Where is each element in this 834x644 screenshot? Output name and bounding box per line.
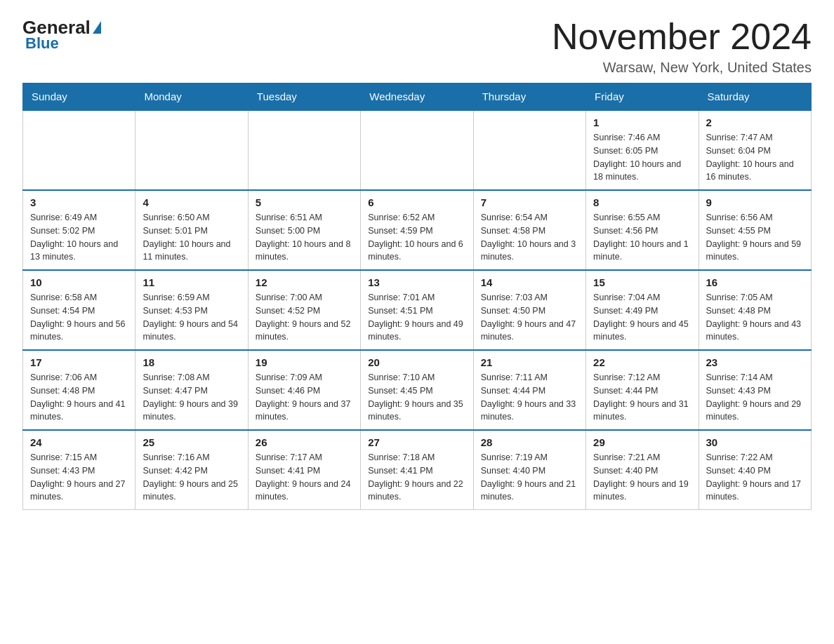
calendar-cell: [23, 110, 135, 190]
calendar-cell: 13Sunrise: 7:01 AMSunset: 4:51 PMDayligh…: [361, 270, 473, 350]
day-number: 22: [593, 356, 691, 368]
day-number: 23: [706, 356, 804, 368]
calendar-cell: [135, 110, 248, 190]
day-number: 1: [593, 116, 691, 128]
month-title: November 2024: [552, 17, 812, 57]
calendar-cell: 24Sunrise: 7:15 AMSunset: 4:43 PMDayligh…: [23, 430, 135, 510]
calendar-cell: 2Sunrise: 7:47 AMSunset: 6:04 PMDaylight…: [699, 110, 811, 190]
day-info: Sunrise: 7:10 AMSunset: 4:45 PMDaylight:…: [368, 371, 465, 424]
calendar-cell: 19Sunrise: 7:09 AMSunset: 4:46 PMDayligh…: [248, 350, 360, 430]
calendar-week-row: 17Sunrise: 7:06 AMSunset: 4:48 PMDayligh…: [23, 350, 812, 430]
day-info: Sunrise: 7:08 AMSunset: 4:47 PMDaylight:…: [143, 371, 240, 424]
day-info: Sunrise: 7:03 AMSunset: 4:50 PMDaylight:…: [481, 291, 578, 344]
calendar-cell: 27Sunrise: 7:18 AMSunset: 4:41 PMDayligh…: [361, 430, 473, 510]
calendar-cell: 6Sunrise: 6:52 AMSunset: 4:59 PMDaylight…: [361, 190, 473, 270]
calendar-cell: 12Sunrise: 7:00 AMSunset: 4:52 PMDayligh…: [248, 270, 360, 350]
day-info: Sunrise: 7:21 AMSunset: 4:40 PMDaylight:…: [593, 451, 691, 504]
day-info: Sunrise: 6:52 AMSunset: 4:59 PMDaylight:…: [368, 211, 465, 264]
day-number: 24: [30, 436, 128, 448]
day-info: Sunrise: 6:55 AMSunset: 4:56 PMDaylight:…: [593, 211, 691, 264]
day-info: Sunrise: 7:06 AMSunset: 4:48 PMDaylight:…: [30, 371, 128, 424]
day-info: Sunrise: 7:11 AMSunset: 4:44 PMDaylight:…: [481, 371, 578, 424]
calendar-cell: 14Sunrise: 7:03 AMSunset: 4:50 PMDayligh…: [473, 270, 585, 350]
day-number: 2: [706, 116, 804, 128]
calendar-cell: 9Sunrise: 6:56 AMSunset: 4:55 PMDaylight…: [699, 190, 811, 270]
day-number: 15: [593, 276, 691, 288]
day-info: Sunrise: 6:50 AMSunset: 5:01 PMDaylight:…: [143, 211, 240, 264]
day-number: 17: [30, 356, 128, 368]
calendar-cell: 18Sunrise: 7:08 AMSunset: 4:47 PMDayligh…: [135, 350, 248, 430]
calendar-cell: 16Sunrise: 7:05 AMSunset: 4:48 PMDayligh…: [699, 270, 811, 350]
calendar-cell: [361, 110, 473, 190]
day-number: 8: [593, 196, 691, 208]
day-info: Sunrise: 7:01 AMSunset: 4:51 PMDaylight:…: [368, 291, 465, 344]
title-area: November 2024 Warsaw, New York, United S…: [552, 17, 812, 76]
day-number: 10: [30, 276, 128, 288]
weekday-header-friday: Friday: [586, 83, 699, 111]
day-info: Sunrise: 6:58 AMSunset: 4:54 PMDaylight:…: [30, 291, 128, 344]
day-number: 5: [256, 196, 353, 208]
calendar-cell: 8Sunrise: 6:55 AMSunset: 4:56 PMDaylight…: [586, 190, 699, 270]
day-info: Sunrise: 7:15 AMSunset: 4:43 PMDaylight:…: [30, 451, 128, 504]
logo-blue-text: Blue: [22, 34, 59, 53]
calendar-week-row: 10Sunrise: 6:58 AMSunset: 4:54 PMDayligh…: [23, 270, 812, 350]
day-number: 7: [481, 196, 578, 208]
calendar-cell: 17Sunrise: 7:06 AMSunset: 4:48 PMDayligh…: [23, 350, 135, 430]
day-info: Sunrise: 6:49 AMSunset: 5:02 PMDaylight:…: [30, 211, 128, 264]
weekday-header-row: SundayMondayTuesdayWednesdayThursdayFrid…: [23, 83, 812, 111]
day-number: 3: [30, 196, 128, 208]
calendar-week-row: 3Sunrise: 6:49 AMSunset: 5:02 PMDaylight…: [23, 190, 812, 270]
day-number: 20: [368, 356, 465, 368]
day-info: Sunrise: 7:22 AMSunset: 4:40 PMDaylight:…: [706, 451, 804, 504]
day-number: 16: [706, 276, 804, 288]
calendar-cell: [248, 110, 360, 190]
day-number: 11: [143, 276, 240, 288]
day-info: Sunrise: 7:09 AMSunset: 4:46 PMDaylight:…: [256, 371, 353, 424]
calendar-cell: [473, 110, 585, 190]
day-info: Sunrise: 7:12 AMSunset: 4:44 PMDaylight:…: [593, 371, 691, 424]
calendar-cell: 21Sunrise: 7:11 AMSunset: 4:44 PMDayligh…: [473, 350, 585, 430]
calendar-cell: 1Sunrise: 7:46 AMSunset: 6:05 PMDaylight…: [586, 110, 699, 190]
weekday-header-sunday: Sunday: [23, 83, 135, 111]
day-info: Sunrise: 7:19 AMSunset: 4:40 PMDaylight:…: [481, 451, 578, 504]
day-info: Sunrise: 7:00 AMSunset: 4:52 PMDaylight:…: [256, 291, 353, 344]
day-info: Sunrise: 7:16 AMSunset: 4:42 PMDaylight:…: [143, 451, 240, 504]
day-number: 4: [143, 196, 240, 208]
day-number: 29: [593, 436, 691, 448]
calendar-cell: 20Sunrise: 7:10 AMSunset: 4:45 PMDayligh…: [361, 350, 473, 430]
day-info: Sunrise: 6:51 AMSunset: 5:00 PMDaylight:…: [256, 211, 353, 264]
day-info: Sunrise: 7:47 AMSunset: 6:04 PMDaylight:…: [706, 131, 804, 184]
day-number: 26: [256, 436, 353, 448]
weekday-header-wednesday: Wednesday: [361, 83, 473, 111]
day-number: 27: [368, 436, 465, 448]
calendar-cell: 4Sunrise: 6:50 AMSunset: 5:01 PMDaylight…: [135, 190, 248, 270]
day-number: 12: [256, 276, 353, 288]
calendar-cell: 11Sunrise: 6:59 AMSunset: 4:53 PMDayligh…: [135, 270, 248, 350]
day-info: Sunrise: 6:54 AMSunset: 4:58 PMDaylight:…: [481, 211, 578, 264]
location-subtitle: Warsaw, New York, United States: [552, 60, 812, 76]
day-info: Sunrise: 7:46 AMSunset: 6:05 PMDaylight:…: [593, 131, 691, 184]
calendar-cell: 3Sunrise: 6:49 AMSunset: 5:02 PMDaylight…: [23, 190, 135, 270]
day-info: Sunrise: 7:18 AMSunset: 4:41 PMDaylight:…: [368, 451, 465, 504]
calendar-cell: 15Sunrise: 7:04 AMSunset: 4:49 PMDayligh…: [586, 270, 699, 350]
day-info: Sunrise: 6:56 AMSunset: 4:55 PMDaylight:…: [706, 211, 804, 264]
day-info: Sunrise: 7:05 AMSunset: 4:48 PMDaylight:…: [706, 291, 804, 344]
day-number: 14: [481, 276, 578, 288]
calendar-table: SundayMondayTuesdayWednesdayThursdayFrid…: [22, 83, 812, 510]
day-number: 18: [143, 356, 240, 368]
weekday-header-tuesday: Tuesday: [248, 83, 360, 111]
day-number: 6: [368, 196, 465, 208]
day-info: Sunrise: 7:17 AMSunset: 4:41 PMDaylight:…: [256, 451, 353, 504]
calendar-cell: 7Sunrise: 6:54 AMSunset: 4:58 PMDaylight…: [473, 190, 585, 270]
calendar-cell: 23Sunrise: 7:14 AMSunset: 4:43 PMDayligh…: [699, 350, 811, 430]
day-number: 30: [706, 436, 804, 448]
calendar-cell: 29Sunrise: 7:21 AMSunset: 4:40 PMDayligh…: [586, 430, 699, 510]
logo-triangle-icon: [93, 21, 101, 34]
day-info: Sunrise: 6:59 AMSunset: 4:53 PMDaylight:…: [143, 291, 240, 344]
day-number: 21: [481, 356, 578, 368]
calendar-cell: 28Sunrise: 7:19 AMSunset: 4:40 PMDayligh…: [473, 430, 585, 510]
calendar-cell: 25Sunrise: 7:16 AMSunset: 4:42 PMDayligh…: [135, 430, 248, 510]
day-info: Sunrise: 7:14 AMSunset: 4:43 PMDaylight:…: [706, 371, 804, 424]
day-info: Sunrise: 7:04 AMSunset: 4:49 PMDaylight:…: [593, 291, 691, 344]
weekday-header-saturday: Saturday: [699, 83, 811, 111]
